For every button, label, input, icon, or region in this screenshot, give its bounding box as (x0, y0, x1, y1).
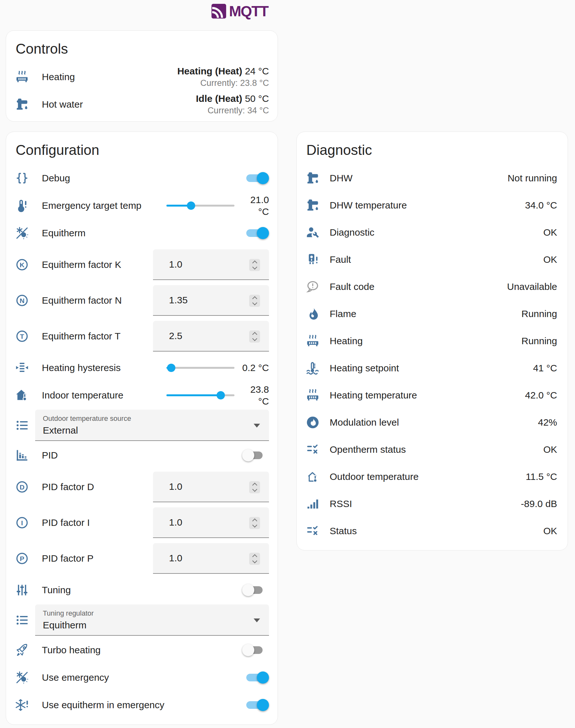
climate-state-mode: Idle (Heat) (196, 93, 242, 104)
diagnostic-row-heating[interactable]: Heating Running (297, 327, 568, 355)
diagnostic-row-diagnostic[interactable]: Diagnostic OK (297, 219, 568, 246)
config-row-label: Equitherm factor K (42, 259, 153, 270)
config-row-use-emergency: Use emergency (6, 664, 278, 691)
diagnostic-row-dhw-temperature[interactable]: DHW temperature 34.0 °C (297, 191, 568, 219)
diagnostic-row-opentherm-status[interactable]: Opentherm status OK (297, 436, 568, 463)
chevron-down-icon[interactable] (252, 265, 257, 270)
number-stepper[interactable] (249, 330, 260, 342)
controls-row-heating[interactable]: Heating Heating (Heat) 24 °C Currently: … (6, 63, 278, 91)
tuning-regulator-select[interactable]: Tuning regulator Equitherm (35, 605, 269, 636)
diagnostic-row-label: Flame (330, 308, 521, 319)
diagnostic-row-label: Fault (330, 254, 543, 265)
coolant-thermometer-icon (306, 361, 320, 375)
emergency-target-temp-slider[interactable] (166, 198, 234, 213)
debug-toggle[interactable] (242, 171, 269, 185)
config-row-label: Turbo heating (42, 645, 242, 656)
slider-track (166, 367, 234, 369)
list-bulleted-icon (15, 613, 29, 627)
comment-alert-icon (306, 280, 320, 294)
config-row-equitherm-factor-t: T Equitherm factor T (6, 318, 278, 354)
diagnostic-row-dhw[interactable]: DHW Not running (297, 165, 568, 191)
diagnostic-row-fault[interactable]: Fault OK (297, 246, 568, 273)
diagnostic-row-label: Diagnostic (330, 227, 543, 238)
diagnostic-row-value: OK (543, 525, 557, 537)
chevron-down-icon[interactable] (252, 523, 257, 528)
controls-row-label: Hot water (42, 99, 196, 110)
radiator-icon (306, 388, 320, 402)
water-pump-icon (306, 198, 320, 212)
controls-row-label: Heating (42, 72, 177, 82)
diagnostic-row-outdoor-temperature[interactable]: Outdoor temperature 11.5 °C (297, 463, 568, 490)
toggle-thumb (257, 172, 269, 184)
config-row-tuning-regulator: Tuning regulator Equitherm (6, 604, 278, 636)
chevron-down-icon[interactable] (252, 336, 257, 341)
chart-bars-icon (15, 448, 29, 462)
diagnostic-row-label: Heating setpoint (330, 363, 533, 373)
chevron-down-icon[interactable] (252, 300, 257, 305)
config-row-tuning: Tuning (6, 576, 278, 604)
diagnostic-row-label: RSSI (330, 499, 521, 509)
use-emergency-toggle[interactable] (242, 670, 269, 685)
diagnostic-row-modulation-level[interactable]: Modulation level 42% (297, 409, 568, 436)
number-stepper[interactable] (249, 295, 260, 307)
diagnostic-row-label: Opentherm status (330, 444, 543, 455)
equitherm-toggle[interactable] (242, 226, 269, 240)
slider-thumb[interactable] (187, 202, 195, 210)
config-row-pid-factor-i: I PID factor I (6, 505, 278, 541)
diagnostic-row-label: Status (330, 525, 543, 537)
diagnostic-row-value: OK (543, 444, 557, 455)
climate-state: Heating (Heat) 24 °C Currently: 23.8 °C (177, 65, 269, 88)
select-label: Outdoor temperature source (43, 414, 250, 423)
number-stepper[interactable] (249, 553, 260, 565)
diagnostic-row-status[interactable]: Status OK (297, 517, 568, 544)
chevron-down-icon[interactable] (252, 487, 257, 492)
pid-toggle[interactable] (242, 448, 269, 462)
number-stepper[interactable] (249, 517, 260, 529)
hysteresis-arrows-icon (15, 361, 29, 375)
number-stepper[interactable] (249, 481, 260, 493)
select-label: Tuning regulator (43, 609, 250, 618)
diagnostic-row-value: OK (543, 227, 557, 238)
controls-title: Controls (6, 31, 278, 63)
climate-state: Idle (Heat) 50 °C Currently: 34 °C (196, 93, 269, 116)
svg-text:T: T (20, 333, 24, 340)
config-row-outdoor-temperature-source: Outdoor temperature source External (6, 409, 278, 442)
diagnostic-row-value: 42.0 °C (525, 390, 557, 401)
home-thermometer-outline-icon (306, 470, 320, 484)
snowflake-alert-icon (15, 698, 29, 712)
diagnostic-row-heating-setpoint[interactable]: Heating setpoint 41 °C (297, 355, 568, 381)
water-pump-icon (15, 97, 29, 111)
mqtt-logo-text: MQTT (229, 3, 268, 20)
slider-thumb[interactable] (167, 364, 175, 372)
heating-hysteresis-slider[interactable] (166, 361, 234, 375)
turbo-heating-toggle[interactable] (242, 643, 269, 657)
thermometer-alert-icon (15, 198, 29, 213)
diagnostic-row-rssi[interactable]: RSSI -89.0 dB (297, 490, 568, 517)
slider-thumb[interactable] (216, 391, 225, 399)
config-row-pid-factor-p: P PID factor P (6, 541, 278, 576)
chevron-down-icon[interactable] (252, 558, 257, 563)
outdoor-temperature-source-select[interactable]: Outdoor temperature source External (35, 410, 269, 441)
config-row-emergency-target-temp: Emergency target temp 21.0 °C (6, 192, 278, 219)
slider-value: 0.2 °C (240, 362, 269, 374)
alpha-t-circle-icon: T (15, 329, 29, 343)
config-row-pid-factor-d: D PID factor D (6, 469, 278, 505)
number-stepper[interactable] (249, 259, 260, 271)
use-equitherm-in-emergency-toggle[interactable] (242, 698, 269, 712)
diagnostic-row-flame[interactable]: Flame Running (297, 300, 568, 327)
tuning-toggle[interactable] (242, 583, 269, 597)
controls-row-hot-water[interactable]: Hot water Idle (Heat) 50 °C Currently: 3… (6, 91, 278, 118)
diagnostic-row-value: Running (521, 308, 557, 319)
climate-state-mode: Heating (Heat) (177, 66, 242, 76)
diagnostic-row-fault-code[interactable]: Fault code Unavailable (297, 273, 568, 300)
indoor-temperature-slider[interactable] (166, 388, 234, 402)
mqtt-logo-icon (211, 3, 227, 19)
svg-text:P: P (20, 555, 24, 562)
diagnostic-row-value: 11.5 °C (526, 471, 557, 482)
climate-state-current: Currently: 23.8 °C (177, 78, 269, 89)
config-row-label: Indoor temperature (42, 390, 166, 401)
diagnostic-row-label: Fault code (330, 281, 507, 292)
diagnostic-row-heating-temperature[interactable]: Heating temperature 42.0 °C (297, 381, 568, 409)
mqtt-logo: MQTT (211, 3, 268, 20)
diagnostic-row-label: DHW temperature (330, 200, 525, 211)
